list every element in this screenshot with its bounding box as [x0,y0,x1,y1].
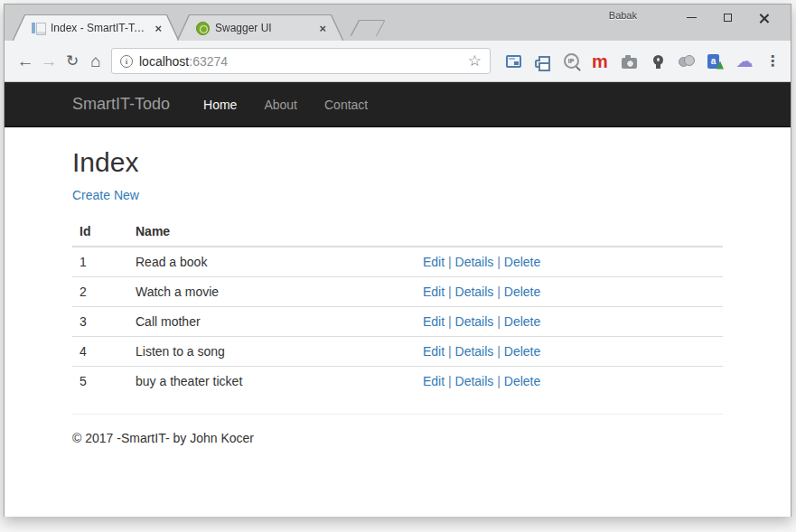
cell-name: Listen to a song [128,337,416,367]
table-row: 5 buy a theater ticket Edit | Details | … [72,367,723,397]
ip-icon: IP [564,53,579,69]
cell-name: Read a book [128,247,416,277]
cell-actions: Edit | Details | Delete [416,247,723,277]
cell-name: Watch a movie [128,277,416,307]
lightbulb-extension-icon[interactable] [649,52,667,70]
details-link[interactable]: Details [455,255,494,269]
red-m-extension-icon[interactable]: m [591,52,609,70]
browser-window: Babak Index - SmartIT-Todo × Swagger UI … [4,4,791,517]
circles-extension-icon[interactable] [678,52,696,70]
site-navbar: SmartIT-Todo Home About Contact [5,82,791,127]
page-info-icon[interactable]: i [120,55,133,68]
address-bar[interactable]: i localhost:63274 ☆ [111,48,491,74]
details-link[interactable]: Details [455,374,494,388]
cell-actions: Edit | Details | Delete [416,367,723,397]
delete-link[interactable]: Delete [504,255,540,269]
table-row: 1 Read a book Edit | Details | Delete [72,247,723,277]
nav-link-home[interactable]: Home [190,98,250,112]
back-icon[interactable]: ← [14,52,37,70]
cell-name: Call mother [128,307,416,337]
maximize-icon [724,14,732,22]
tab-close-icon[interactable]: × [153,21,164,36]
minimize-button[interactable] [673,8,709,26]
delete-link[interactable]: Delete [504,314,540,329]
cell-actions: Edit | Details | Delete [416,307,723,337]
close-icon [759,13,769,23]
column-header-id: Id [72,217,128,247]
forward-icon[interactable]: → [37,52,61,70]
table-row: 3 Call mother Edit | Details | Delete [72,307,723,337]
action-separator: | [448,374,452,388]
printer-extension-icon[interactable] [533,52,551,70]
action-separator: | [448,314,452,329]
cell-actions: Edit | Details | Delete [416,337,723,367]
edit-link[interactable]: Edit [423,314,445,329]
cell-actions: Edit | Details | Delete [416,277,723,307]
create-new-link[interactable]: Create New [72,188,139,202]
delete-link[interactable]: Delete [504,285,540,299]
column-header-actions [416,217,723,247]
window-controls [673,8,782,26]
home-icon[interactable]: ⌂ [84,52,108,70]
details-link[interactable]: Details [455,314,494,329]
cell-id: 2 [72,277,128,307]
todo-document-icon [32,22,45,34]
lightbulb-icon [653,55,663,65]
maximize-button[interactable] [709,8,745,26]
footer-divider [72,414,723,415]
details-link[interactable]: Details [455,344,494,359]
cell-id: 3 [72,307,128,337]
close-button[interactable] [745,8,782,26]
edit-link[interactable]: Edit [423,285,445,299]
translate-extension-icon[interactable]: a [707,52,725,70]
nav-link-contact[interactable]: Contact [311,98,381,112]
todo-table: Id Name 1 Read a book Edit | Details | [72,217,723,396]
action-separator: | [497,344,501,359]
cell-id: 4 [72,337,128,367]
tab-close-icon[interactable]: × [317,21,328,36]
minimize-icon [687,17,697,18]
printer-icon [535,60,550,68]
swagger-green-circle-icon [196,22,210,35]
m-icon: m [592,54,608,69]
browser-toolbar: ← → ↻ ⌂ i localhost:63274 ☆ IP m a ☁ ⋮ [5,41,791,82]
translate-icon: a [707,54,719,69]
tab-strip: Index - SmartIT-Todo × Swagger UI × [14,15,384,41]
action-separator: | [448,285,452,299]
tab-title: Swagger UI [215,22,312,34]
bookmark-star-icon[interactable]: ☆ [468,53,482,69]
overlapping-circles-icon [679,55,695,68]
navbar-brand[interactable]: SmartIT-Todo [72,95,170,114]
camera-extension-icon[interactable] [620,52,638,70]
camera-icon [622,58,637,69]
tab-index-smartit-todo[interactable]: Index - SmartIT-Todo × [14,15,178,41]
page-viewport: SmartIT-Todo Home About Contact Index Cr… [5,82,791,517]
edit-link[interactable]: Edit [423,344,445,359]
edit-link[interactable]: Edit [423,255,445,269]
screenshot-extension-icon[interactable] [504,52,522,70]
details-link[interactable]: Details [455,285,494,299]
extension-icons: IP m a ☁ [504,52,754,70]
new-tab-button[interactable] [351,21,384,36]
url-host: localhost [139,54,189,69]
profile-name[interactable]: Babak [609,10,637,21]
column-header-name: Name [128,217,416,247]
action-separator: | [448,255,452,269]
nav-link-about[interactable]: About [250,98,311,112]
tab-swagger-ui[interactable]: Swagger UI × [178,15,342,41]
action-separator: | [497,374,501,388]
cell-id: 5 [72,367,128,397]
tab-title: Index - SmartIT-Todo [51,22,147,34]
title-bar: Babak Index - SmartIT-Todo × Swagger UI … [5,5,791,41]
delete-link[interactable]: Delete [504,374,540,388]
chrome-menu-icon[interactable]: ⋮ [765,52,780,70]
action-separator: | [497,314,501,329]
edit-link[interactable]: Edit [423,374,445,388]
delete-link[interactable]: Delete [504,344,540,359]
ip-lookup-extension-icon[interactable]: IP [562,52,580,70]
table-row: 4 Listen to a song Edit | Details | Dele… [72,337,723,367]
refresh-icon[interactable]: ↻ [61,53,84,69]
cloud-extension-icon[interactable]: ☁ [735,52,754,70]
cell-id: 1 [72,247,128,277]
action-separator: | [448,344,452,359]
